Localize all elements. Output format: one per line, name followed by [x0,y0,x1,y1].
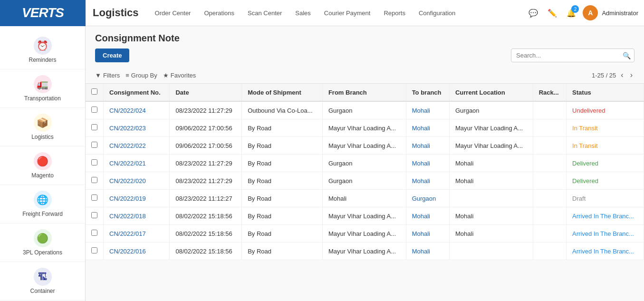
current-location: Mohali [449,207,533,225]
table-row[interactable]: CN/2022/022 09/06/2022 17:00:56 By Road … [86,137,644,155]
row-checkbox[interactable] [86,225,104,243]
pagination-info: 1-25 / 25 [592,72,616,79]
row-select[interactable] [91,124,97,130]
consignment-no[interactable]: CN/2022/017 [104,225,170,243]
table-row[interactable]: CN/2022/024 08/23/2022 11:27:29 Outbound… [86,101,644,119]
row-checkbox[interactable] [86,119,104,137]
prev-page-button[interactable]: ‹ [619,70,625,80]
consignment-no[interactable]: CN/2022/024 [104,101,170,119]
row-select[interactable] [91,194,97,201]
transportation-icon: 🚛 [34,75,52,93]
row-select[interactable] [91,177,97,183]
avatar[interactable]: A [583,5,598,20]
status: Draft [567,190,644,207]
from-branch: Gurgaon [322,101,406,119]
table-row[interactable]: CN/2022/020 08/23/2022 11:27:29 By Road … [86,172,644,190]
nav-link-operations[interactable]: Operations [197,0,241,26]
sidebar-label-freight-forward: Freight Forward [22,211,63,217]
pagination: 1-25 / 25 ‹ › [592,70,634,80]
current-location: Mohali [449,225,533,243]
row-select[interactable] [91,230,97,236]
row-select[interactable] [91,159,97,165]
date: 09/06/2022 17:00:56 [170,119,242,137]
rack [533,101,566,119]
to-branch[interactable]: Mohali [406,207,449,225]
main-nav: Order CenterOperationsScan CenterSalesCo… [148,0,526,26]
next-page-button[interactable]: › [628,70,634,80]
current-location: Mohali [449,172,533,190]
table-row[interactable]: CN/2022/017 08/02/2022 15:18:56 By Road … [86,225,644,243]
nav-right: 💬 ✏️ 🔔 2 A Administrator [526,5,638,20]
row-select[interactable] [91,142,97,148]
header-from-branch: From Branch [322,84,406,101]
table-row[interactable]: CN/2022/018 08/02/2022 15:18:56 By Road … [86,207,644,225]
search-input[interactable] [511,49,634,62]
current-location [449,190,533,207]
nav-link-reports[interactable]: Reports [377,0,412,26]
row-select[interactable] [91,212,97,218]
row-checkbox[interactable] [86,155,104,172]
consignment-no[interactable]: CN/2022/016 [104,243,170,260]
to-branch[interactable]: Gurgaon [406,190,449,207]
favorites-button[interactable]: ★ Favorites [163,72,196,79]
nav-link-scan-center[interactable]: Scan Center [241,0,288,26]
sidebar-item-3pl-operations[interactable]: 🟢3PL Operations [0,223,85,262]
table-row[interactable]: CN/2022/023 09/06/2022 17:00:56 By Road … [86,119,644,137]
sidebar-item-logistics[interactable]: 📦Logistics [0,108,85,146]
table-row[interactable]: CN/2022/019 08/23/2022 11:12:27 By Road … [86,190,644,207]
to-branch[interactable]: Mohali [406,155,449,172]
row-select[interactable] [91,107,97,113]
to-branch[interactable]: Mohali [406,137,449,155]
create-button[interactable]: Create [95,49,129,62]
to-branch[interactable]: Mohali [406,225,449,243]
rack [533,119,566,137]
table-row[interactable]: CN/2022/021 08/23/2022 11:27:29 By Road … [86,155,644,172]
consignment-no[interactable]: CN/2022/022 [104,137,170,155]
row-checkbox[interactable] [86,190,104,207]
consignment-table: Consignment No. Date Mode of Shipment Fr… [86,84,644,260]
sidebar-item-transportation[interactable]: 🚛Transportation [0,69,85,108]
row-checkbox[interactable] [86,137,104,155]
notifications-icon[interactable]: 🔔 2 [564,5,579,20]
sidebar-item-freight-forward[interactable]: 🌐Freight Forward [0,185,85,223]
consignment-no[interactable]: CN/2022/020 [104,172,170,190]
row-checkbox[interactable] [86,101,104,119]
consignment-no[interactable]: CN/2022/021 [104,155,170,172]
mode-of-shipment: By Road [242,155,323,172]
to-branch[interactable]: Mohali [406,243,449,260]
to-branch[interactable]: Mohali [406,119,449,137]
nav-link-courier-payment[interactable]: Courier Payment [317,0,377,26]
3pl-operations-icon: 🟢 [34,229,52,247]
row-checkbox[interactable] [86,172,104,190]
edit-icon[interactable]: ✏️ [545,5,560,20]
table-row[interactable]: CN/2022/016 08/02/2022 15:18:56 By Road … [86,243,644,260]
select-all-checkbox[interactable] [91,88,97,95]
messages-icon[interactable]: 💬 [526,5,541,20]
date: 08/02/2022 15:18:56 [170,207,242,225]
sidebar-item-magento[interactable]: 🔴Magento [0,146,85,185]
row-checkbox[interactable] [86,243,104,260]
to-branch[interactable]: Mohali [406,101,449,119]
group-by-button[interactable]: ≡ Group By [125,72,157,79]
to-branch[interactable]: Mohali [406,172,449,190]
nav-link-order-center[interactable]: Order Center [148,0,198,26]
nav-link-configuration[interactable]: Configuration [412,0,462,26]
mode-of-shipment: By Road [242,207,323,225]
sidebar-item-container[interactable]: 🏗Container [0,262,85,301]
nav-link-sales[interactable]: Sales [288,0,317,26]
consignment-no[interactable]: CN/2022/023 [104,119,170,137]
sidebar-item-reminders[interactable]: ⏰Reminders [0,31,85,69]
row-checkbox[interactable] [86,207,104,225]
content-header: Consignment Note Create 🔍 [86,26,644,67]
current-location: Mayur Vihar Loading A... [449,137,533,155]
rack [533,207,566,225]
content-area: Consignment Note Create 🔍 ▼ Filters ≡ Gr… [86,26,644,301]
header-checkbox[interactable] [86,84,104,101]
consignment-no[interactable]: CN/2022/019 [104,190,170,207]
status: Delivered [567,172,644,190]
header-status: Status [567,84,644,101]
filter-icon: ▼ [95,72,101,79]
filters-button[interactable]: ▼ Filters [95,72,120,79]
row-select[interactable] [91,247,97,253]
consignment-no[interactable]: CN/2022/018 [104,207,170,225]
